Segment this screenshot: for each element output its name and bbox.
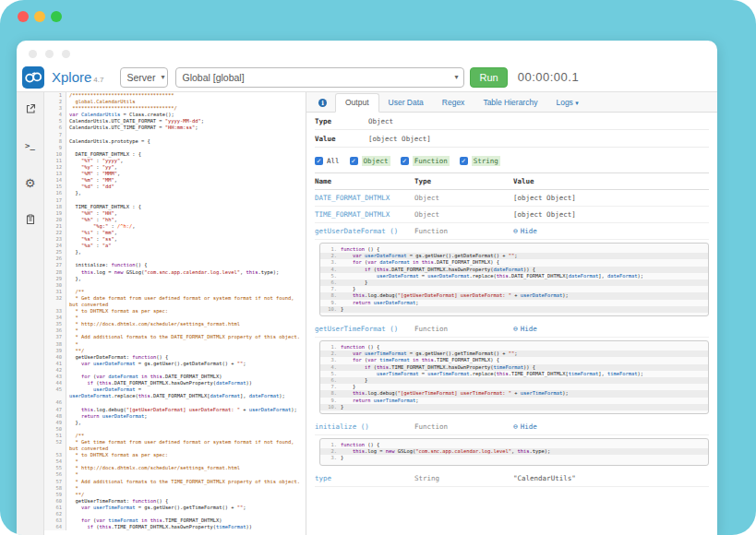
table-row: initialize ()Function⊖Hide: [315, 419, 709, 435]
editor-line: 14 "%m" : "MM",: [44, 177, 306, 184]
editor-line: 6CalendarUtils.UTC_TIME_FORMAT = "HH:mm:…: [44, 125, 306, 131]
editor-line: 58 *: [44, 485, 306, 492]
editor-line: 4var CalendarUtils = Class.create();: [44, 112, 306, 118]
editor-line: 52 * Get time format from user defined f…: [44, 439, 306, 452]
editor-line: 56 *: [44, 471, 306, 478]
open-new-window-icon[interactable]: [23, 101, 38, 116]
tab-user-data[interactable]: User Data: [379, 94, 433, 112]
editor-line: 21 "%g:" : /^h:/,: [44, 223, 306, 230]
editor-line: 49 },: [44, 420, 306, 426]
results-table-body: DATE_FORMAT_DHTMLXObject[object Object]T…: [315, 190, 709, 487]
property-type: String: [414, 474, 513, 482]
function-source-block: 1.function () {2. this.log = new GSLog("…: [319, 438, 709, 466]
editor-line: 29 },: [44, 276, 306, 282]
tab-output[interactable]: Output: [335, 93, 379, 113]
editor-line: 47 this.log.debug("[getUserDateFormat] u…: [44, 407, 306, 413]
target-scope-select[interactable]: Global [global]▾: [175, 67, 464, 88]
editor-line: 24 "%a" : "a": [44, 243, 306, 249]
xplore-app-window: Xplore 4.7 Server▾ Global [global]▾ Run …: [17, 41, 717, 535]
hide-code-link[interactable]: ⊖Hide: [513, 325, 709, 333]
editor-line: 33 * to DHTMLX format as per spec:: [44, 308, 306, 315]
editor-line: 38 *: [44, 341, 306, 348]
hide-code-link[interactable]: ⊖Hide: [513, 227, 709, 235]
paste-icon[interactable]: [23, 212, 38, 227]
editor-line: 32 * Get date format from user defined f…: [44, 295, 306, 308]
property-name-link[interactable]: getUserTimeFormat (): [315, 325, 414, 333]
editor-line: 54 *: [44, 458, 306, 465]
table-row: typeString"CalendarUtils": [315, 470, 709, 487]
scope-select[interactable]: Server▾: [120, 67, 168, 88]
output-content: TypeObjectValue[object Object] AllObject…: [306, 113, 717, 487]
table-row: getUserTimeFormat ()Function⊖Hide: [315, 321, 709, 338]
editor-line: 2 global.CalendarUtils: [44, 99, 306, 105]
filter-function[interactable]: Function: [401, 156, 450, 166]
editor-line: 36 *: [44, 327, 306, 334]
editor-line: 10 DATE_FORMAT_DHTMLX : {: [44, 151, 306, 158]
editor-line: 35 * http://docs.dhtmlx.com/scheduler/se…: [44, 321, 306, 327]
script-editor[interactable]: 1/**********************************2 gl…: [44, 92, 306, 535]
editor-line: 64 if (this.TIME_FORMAT_DHTMLX.hasOwnPro…: [44, 524, 306, 530]
window-close-button[interactable]: [18, 11, 29, 22]
editor-line: 16 },: [44, 190, 306, 196]
property-type: Object: [414, 210, 513, 219]
execution-timer: 00:00:00.1: [518, 70, 579, 84]
xplore-logo-icon: [22, 66, 44, 89]
editor-line: 39 **/: [44, 348, 306, 354]
checkbox-checked-icon[interactable]: [350, 157, 358, 165]
terminal-icon[interactable]: >_: [23, 138, 38, 153]
editor-line: 23 "%s" : "ss",: [44, 236, 306, 243]
editor-line: 55 * http://docs.dhtmlx.com/scheduler/se…: [44, 465, 306, 471]
property-name-link[interactable]: DATE_FORMAT_DHTMLX: [315, 194, 414, 202]
editor-line: 22 "%i" : "mm",: [44, 230, 306, 236]
editor-line: 34 *: [44, 315, 306, 321]
run-button[interactable]: Run: [470, 67, 507, 88]
checkbox-checked-icon[interactable]: [315, 157, 323, 165]
editor-line: 60 getUserTimeFormat: function() {: [44, 498, 306, 505]
summary-row: Value[object Object]: [315, 130, 709, 148]
chevron-down-icon: ▾: [454, 73, 458, 81]
hide-code-link[interactable]: ⊖Hide: [513, 422, 709, 431]
filter-string[interactable]: String: [460, 156, 500, 166]
property-name-link[interactable]: initialize (): [315, 422, 414, 431]
gear-icon[interactable]: ⚙: [23, 175, 38, 190]
editor-line: 40 getUserDateFormat: function() {: [44, 354, 306, 361]
property-value: [object Object]: [513, 210, 709, 219]
editor-line: 37 * Add additional formats to the DATE_…: [44, 334, 306, 340]
tab-info[interactable]: i: [310, 94, 335, 112]
property-name-link[interactable]: type: [315, 474, 414, 482]
tab-table-hierarchy[interactable]: Table Hierarchy: [474, 94, 546, 112]
editor-line: 19 "%H" : "HH",: [44, 210, 306, 217]
checkbox-checked-icon[interactable]: [401, 157, 409, 165]
editor-line: 27 initialize: function() {: [44, 262, 306, 268]
filter-object[interactable]: Object: [350, 156, 390, 166]
editor-line: 7: [44, 132, 306, 138]
editor-line: 11 "%Y" : "yyyy",: [44, 158, 306, 164]
editor-line: 26: [44, 256, 306, 262]
editor-line: 30: [44, 282, 306, 289]
function-source-block: 1.function () {2. var userTimeFormat = g…: [319, 340, 709, 414]
editor-line: 62: [44, 511, 306, 517]
property-value: ⊖Hide: [513, 422, 709, 431]
window-minimize-button[interactable]: [34, 11, 45, 22]
table-row: DATE_FORMAT_DHTMLXObject[object Object]: [315, 190, 709, 207]
toolbar: Xplore 4.7 Server▾ Global [global]▾ Run …: [17, 63, 717, 92]
editor-line: 43 for (var dateFormat in this.DATE_FORM…: [44, 374, 306, 380]
column-header: Value: [513, 177, 709, 185]
editor-line: 46: [44, 399, 306, 406]
property-name-link[interactable]: TIME_FORMAT_DHTMLX: [315, 210, 414, 219]
property-type: Function: [414, 422, 513, 431]
editor-line: 53 * to DHTMLX format as per spec:: [44, 452, 306, 458]
tab-regex[interactable]: Regex: [433, 94, 474, 112]
results-table-header: NameTypeValue: [315, 172, 709, 190]
checkbox-checked-icon[interactable]: [460, 157, 468, 165]
editor-line: 31 /**: [44, 289, 306, 295]
property-name-link[interactable]: getUserDateFormat (): [315, 227, 414, 235]
editor-line: 18 TIME_FORMAT_DHTMLX : {: [44, 204, 306, 210]
filter-all[interactable]: All: [315, 157, 340, 165]
inner-window-dot: [29, 50, 37, 58]
window-zoom-button[interactable]: [51, 11, 62, 22]
tab-logs[interactable]: Logs ▾: [546, 94, 587, 112]
main-area: >_⚙ 1/**********************************…: [17, 92, 717, 535]
chevron-down-icon: ▾: [161, 73, 164, 81]
results-tab-bar: i OutputUser DataRegexTable HierarchyLog…: [306, 92, 717, 113]
